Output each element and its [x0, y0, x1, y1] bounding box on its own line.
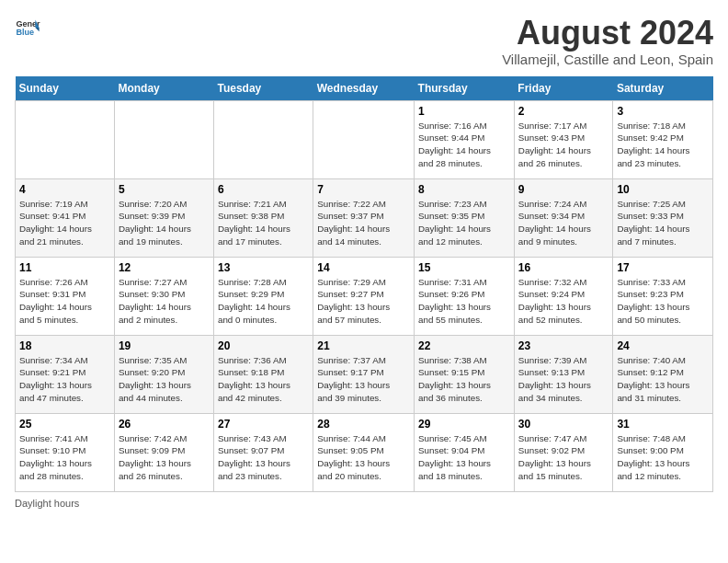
calendar-week-row: 18Sunrise: 7:34 AM Sunset: 9:21 PM Dayli… — [16, 335, 713, 413]
day-info: Sunrise: 7:21 AM Sunset: 9:38 PM Dayligh… — [218, 198, 309, 248]
day-info: Sunrise: 7:36 AM Sunset: 9:18 PM Dayligh… — [218, 354, 309, 405]
day-info: Sunrise: 7:16 AM Sunset: 9:44 PM Dayligh… — [418, 120, 510, 170]
day-info: Sunrise: 7:17 AM Sunset: 9:43 PM Dayligh… — [518, 120, 609, 170]
day-number: 25 — [19, 418, 110, 431]
day-info: Sunrise: 7:35 AM Sunset: 9:20 PM Dayligh… — [119, 354, 210, 405]
logo: General Blue — [15, 15, 40, 40]
calendar-week-row: 1Sunrise: 7:16 AM Sunset: 9:44 PM Daylig… — [16, 100, 713, 178]
day-number: 6 — [218, 183, 309, 196]
calendar-day-header: Tuesday — [213, 76, 313, 101]
calendar-cell: 29Sunrise: 7:45 AM Sunset: 9:04 PM Dayli… — [415, 413, 515, 491]
calendar-week-row: 4Sunrise: 7:19 AM Sunset: 9:41 PM Daylig… — [16, 178, 713, 257]
day-number: 21 — [317, 339, 410, 352]
day-info: Sunrise: 7:48 AM Sunset: 9:00 PM Dayligh… — [617, 432, 709, 483]
day-number: 14 — [317, 261, 410, 274]
main-title: August 2024 — [502, 15, 713, 52]
day-number: 10 — [617, 183, 709, 196]
calendar-day-header: Saturday — [613, 76, 713, 101]
calendar-day-header: Friday — [514, 76, 613, 101]
calendar-cell: 5Sunrise: 7:20 AM Sunset: 9:39 PM Daylig… — [114, 178, 213, 257]
calendar-cell: 4Sunrise: 7:19 AM Sunset: 9:41 PM Daylig… — [16, 178, 115, 257]
day-number: 30 — [518, 418, 609, 431]
day-info: Sunrise: 7:38 AM Sunset: 9:15 PM Dayligh… — [418, 354, 510, 405]
calendar-table: SundayMondayTuesdayWednesdayThursdayFrid… — [15, 76, 713, 492]
calendar-cell: 6Sunrise: 7:21 AM Sunset: 9:38 PM Daylig… — [213, 178, 313, 257]
calendar-cell: 2Sunrise: 7:17 AM Sunset: 9:43 PM Daylig… — [514, 100, 613, 178]
day-info: Sunrise: 7:31 AM Sunset: 9:26 PM Dayligh… — [418, 276, 510, 327]
day-number: 4 — [19, 183, 110, 196]
calendar-cell: 25Sunrise: 7:41 AM Sunset: 9:10 PM Dayli… — [16, 413, 115, 491]
calendar-cell: 23Sunrise: 7:39 AM Sunset: 9:13 PM Dayli… — [514, 335, 613, 413]
day-info: Sunrise: 7:40 AM Sunset: 9:12 PM Dayligh… — [617, 354, 709, 405]
day-info: Sunrise: 7:45 AM Sunset: 9:04 PM Dayligh… — [418, 432, 510, 483]
day-number: 19 — [119, 339, 210, 352]
calendar-cell: 24Sunrise: 7:40 AM Sunset: 9:12 PM Dayli… — [613, 335, 713, 413]
day-info: Sunrise: 7:25 AM Sunset: 9:33 PM Dayligh… — [617, 198, 709, 248]
day-number: 20 — [218, 339, 309, 352]
title-area: August 2024 Villamejil, Castille and Leo… — [502, 15, 713, 67]
calendar-cell: 8Sunrise: 7:23 AM Sunset: 9:35 PM Daylig… — [415, 178, 515, 257]
day-info: Sunrise: 7:37 AM Sunset: 9:17 PM Dayligh… — [317, 354, 410, 405]
calendar-cell: 21Sunrise: 7:37 AM Sunset: 9:17 PM Dayli… — [313, 335, 415, 413]
day-info: Sunrise: 7:28 AM Sunset: 9:29 PM Dayligh… — [218, 276, 309, 327]
calendar-cell: 9Sunrise: 7:24 AM Sunset: 9:34 PM Daylig… — [514, 178, 613, 257]
day-number: 22 — [418, 339, 510, 352]
day-number: 9 — [518, 183, 609, 196]
calendar-cell: 17Sunrise: 7:33 AM Sunset: 9:23 PM Dayli… — [613, 257, 713, 335]
calendar-cell: 16Sunrise: 7:32 AM Sunset: 9:24 PM Dayli… — [514, 257, 613, 335]
day-info: Sunrise: 7:32 AM Sunset: 9:24 PM Dayligh… — [518, 276, 609, 327]
day-info: Sunrise: 7:23 AM Sunset: 9:35 PM Dayligh… — [418, 198, 510, 248]
calendar-cell: 10Sunrise: 7:25 AM Sunset: 9:33 PM Dayli… — [613, 178, 713, 257]
day-number: 18 — [19, 339, 110, 352]
day-number: 15 — [418, 261, 510, 274]
day-number: 17 — [617, 261, 709, 274]
day-number: 23 — [518, 339, 609, 352]
day-info: Sunrise: 7:22 AM Sunset: 9:37 PM Dayligh… — [317, 198, 410, 248]
header: General Blue August 2024 Villamejil, Cas… — [15, 15, 713, 67]
day-info: Sunrise: 7:26 AM Sunset: 9:31 PM Dayligh… — [19, 276, 110, 327]
day-info: Sunrise: 7:47 AM Sunset: 9:02 PM Dayligh… — [518, 432, 609, 483]
day-info: Sunrise: 7:34 AM Sunset: 9:21 PM Dayligh… — [19, 354, 110, 405]
calendar-cell: 13Sunrise: 7:28 AM Sunset: 9:29 PM Dayli… — [213, 257, 313, 335]
subtitle: Villamejil, Castille and Leon, Spain — [502, 52, 713, 67]
calendar-week-row: 25Sunrise: 7:41 AM Sunset: 9:10 PM Dayli… — [16, 413, 713, 491]
footer-daylight: Daylight hours — [15, 498, 713, 509]
calendar-day-header: Wednesday — [313, 76, 415, 101]
day-info: Sunrise: 7:24 AM Sunset: 9:34 PM Dayligh… — [518, 198, 609, 248]
day-number: 2 — [518, 105, 609, 118]
calendar-cell: 20Sunrise: 7:36 AM Sunset: 9:18 PM Dayli… — [213, 335, 313, 413]
calendar-week-row: 11Sunrise: 7:26 AM Sunset: 9:31 PM Dayli… — [16, 257, 713, 335]
svg-text:Blue: Blue — [16, 28, 34, 37]
day-number: 8 — [418, 183, 510, 196]
day-number: 24 — [617, 339, 709, 352]
calendar-header-row: SundayMondayTuesdayWednesdayThursdayFrid… — [16, 76, 713, 101]
calendar-cell — [213, 100, 313, 178]
calendar-cell: 27Sunrise: 7:43 AM Sunset: 9:07 PM Dayli… — [213, 413, 313, 491]
calendar-cell: 28Sunrise: 7:44 AM Sunset: 9:05 PM Dayli… — [313, 413, 415, 491]
day-info: Sunrise: 7:18 AM Sunset: 9:42 PM Dayligh… — [617, 120, 709, 170]
calendar-cell: 18Sunrise: 7:34 AM Sunset: 9:21 PM Dayli… — [16, 335, 115, 413]
day-number: 1 — [418, 105, 510, 118]
calendar-cell: 30Sunrise: 7:47 AM Sunset: 9:02 PM Dayli… — [514, 413, 613, 491]
calendar-cell — [313, 100, 415, 178]
logo-icon: General Blue — [15, 15, 40, 40]
day-info: Sunrise: 7:27 AM Sunset: 9:30 PM Dayligh… — [119, 276, 210, 327]
day-number: 3 — [617, 105, 709, 118]
calendar-cell: 31Sunrise: 7:48 AM Sunset: 9:00 PM Dayli… — [613, 413, 713, 491]
calendar-cell — [16, 100, 115, 178]
day-number: 28 — [317, 418, 410, 431]
day-number: 31 — [617, 418, 709, 431]
svg-marker-3 — [35, 28, 39, 31]
day-number: 13 — [218, 261, 309, 274]
calendar-cell: 12Sunrise: 7:27 AM Sunset: 9:30 PM Dayli… — [114, 257, 213, 335]
day-info: Sunrise: 7:19 AM Sunset: 9:41 PM Dayligh… — [19, 198, 110, 248]
day-info: Sunrise: 7:44 AM Sunset: 9:05 PM Dayligh… — [317, 432, 410, 483]
day-number: 26 — [119, 418, 210, 431]
day-info: Sunrise: 7:43 AM Sunset: 9:07 PM Dayligh… — [218, 432, 309, 483]
day-info: Sunrise: 7:41 AM Sunset: 9:10 PM Dayligh… — [19, 432, 110, 483]
day-info: Sunrise: 7:20 AM Sunset: 9:39 PM Dayligh… — [119, 198, 210, 248]
calendar-day-header: Thursday — [415, 76, 515, 101]
day-info: Sunrise: 7:29 AM Sunset: 9:27 PM Dayligh… — [317, 276, 410, 327]
calendar-cell: 26Sunrise: 7:42 AM Sunset: 9:09 PM Dayli… — [114, 413, 213, 491]
day-info: Sunrise: 7:33 AM Sunset: 9:23 PM Dayligh… — [617, 276, 709, 327]
